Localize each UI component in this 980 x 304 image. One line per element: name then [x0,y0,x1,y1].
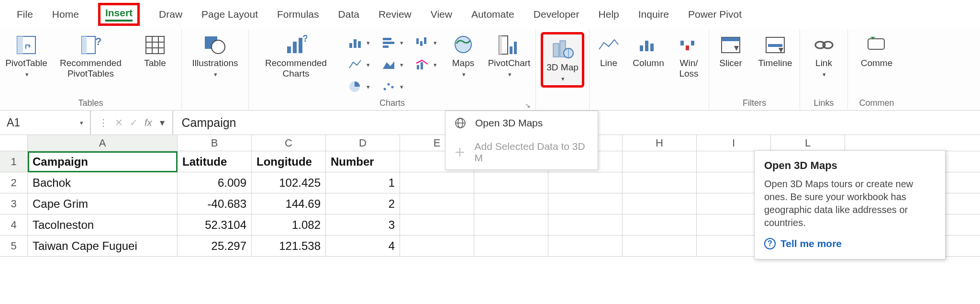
cell-B2[interactable]: 6.009 [178,172,252,193]
line-chart-button[interactable]: ▾ [346,54,372,75]
link-button[interactable]: Link▾ [810,32,838,79]
menu-formulas[interactable]: Formulas [277,9,319,20]
col-header-D[interactable]: D [326,135,400,151]
col-header-I[interactable]: I [697,135,771,151]
cell-D1[interactable]: Number [326,151,400,172]
cell-F2[interactable] [474,172,548,193]
menu-draw[interactable]: Draw [159,9,182,20]
cell-H3[interactable] [623,193,697,214]
pivottable-button[interactable]: PivotTable▾ [5,32,48,79]
col-header-C[interactable]: C [252,135,326,151]
area-chart-button[interactable]: ▾ [379,54,405,75]
menu-review[interactable]: Review [379,9,412,20]
cell-H2[interactable] [623,172,697,193]
menu-power-pivot[interactable]: Power Pivot [688,9,742,20]
menu-home[interactable]: Home [52,9,79,20]
cell-G2[interactable] [548,172,623,193]
cell-F3[interactable] [474,193,548,214]
cell-C4[interactable]: 1.082 [252,214,326,235]
cell-H4[interactable] [623,214,697,235]
slicer-button[interactable]: Slicer [714,32,747,68]
cell-C2[interactable]: 102.425 [252,172,326,193]
cell-F4[interactable] [474,214,548,235]
cell-C3[interactable]: 144.69 [252,193,326,214]
menu-developer[interactable]: Developer [534,9,579,20]
cell-A2[interactable]: Bachok [28,172,178,193]
chevron-down-icon: ▾ [434,39,437,46]
cell-D4[interactable]: 3 [326,214,400,235]
open-3d-maps-item[interactable]: Open 3D Maps [445,111,598,135]
svg-rect-3 [82,36,87,54]
combo-chart-button[interactable]: ▾ [413,54,439,75]
timeline-button[interactable]: Timeline [755,32,795,68]
menu-file[interactable]: File [17,9,33,20]
cell-B5[interactable]: 25.297 [178,236,252,256]
row-header-1[interactable]: 1 [0,151,28,172]
cell-D2[interactable]: 1 [326,172,400,193]
menu-inquire[interactable]: Inquire [638,9,669,20]
cell-C1[interactable]: Longitude [252,151,326,172]
cell-E5[interactable] [400,236,474,256]
cancel-icon[interactable]: ✕ [115,117,123,128]
cell-C5[interactable]: 121.538 [252,236,326,256]
col-header-H[interactable]: H [623,135,697,151]
cell-E2[interactable] [400,172,474,193]
cell-E4[interactable] [400,214,474,235]
menu-insert[interactable]: Insert [105,7,133,22]
waterfall-chart-button[interactable]: ▾ [413,32,439,53]
more-icon[interactable]: ⋮ [99,117,108,128]
chevron-down-icon[interactable]: ▾ [160,117,165,128]
maps-button[interactable]: Maps▾ [446,32,480,79]
cell-H1[interactable] [623,151,697,172]
row-header-3[interactable]: 3 [0,193,28,214]
cell-B1[interactable]: Latitude [178,151,252,172]
row-header-4[interactable]: 4 [0,214,28,235]
hbar-chart-button[interactable]: ▾ [379,32,405,53]
comment-button[interactable]: Comme [859,32,895,68]
sparkline-winloss-button[interactable]: Win/ Loss [674,32,704,79]
recommended-charts-button[interactable]: ? Recommended Charts [254,32,338,79]
table-button[interactable]: Table [134,32,177,68]
cell-A4[interactable]: Tacolneston [28,214,178,235]
dialog-launcher-icon[interactable]: ↘ [525,101,531,109]
pie-chart-button[interactable]: ▾ [346,76,372,97]
cell-G4[interactable] [548,214,623,235]
enter-icon[interactable]: ✓ [130,117,138,128]
cell-G5[interactable] [548,236,623,256]
cell-A5[interactable]: Taiwan Cape Fuguei [28,236,178,256]
pivotchart-button[interactable]: PivotChart▾ [488,32,531,79]
illustrations-icon [203,34,227,56]
cell-G3[interactable] [548,193,623,214]
three-d-map-button[interactable]: 3D Map ▾ [544,36,581,83]
menu-page-layout[interactable]: Page Layout [201,9,258,20]
row-header-2[interactable]: 2 [0,172,28,193]
col-header-B[interactable]: B [178,135,252,151]
cell-A1[interactable]: Campaign [28,151,178,172]
menu-view[interactable]: View [431,9,452,20]
cell-F5[interactable] [474,236,548,256]
cell-H5[interactable] [623,236,697,256]
recommended-pivottables-button[interactable]: ? Recommended PivotTables [56,32,126,79]
bar-chart-button[interactable]: ▾ [346,32,372,53]
sparkline-line-button[interactable]: Line [594,32,623,68]
scatter-chart-button[interactable]: ▾ [379,76,405,97]
tooltip-tell-me-more[interactable]: ? Tell me more [764,238,935,249]
illustrations-button[interactable]: Illustrations▾ [190,32,240,79]
menu-automate[interactable]: Automate [471,9,514,20]
chev67[interactable]: ▾ [80,119,83,126]
col-header-A[interactable]: A [28,135,178,151]
cell-A3[interactable]: Cape Grim [28,193,178,214]
menu-help[interactable]: Help [599,9,619,20]
sparkline-column-button[interactable]: Column [631,32,666,68]
cell-D3[interactable]: 2 [326,193,400,214]
name-box[interactable]: A1 ▾ [0,111,91,135]
cell-B4[interactable]: 52.3104 [178,214,252,235]
col-header-L[interactable]: L [771,135,845,151]
menu-data[interactable]: Data [338,9,359,20]
select-all-corner[interactable] [0,135,28,151]
fx-label[interactable]: fx [145,117,152,128]
cell-D5[interactable]: 4 [326,236,400,256]
row-header-5[interactable]: 5 [0,236,28,256]
cell-B3[interactable]: -40.683 [178,193,252,214]
cell-E3[interactable] [400,193,474,214]
